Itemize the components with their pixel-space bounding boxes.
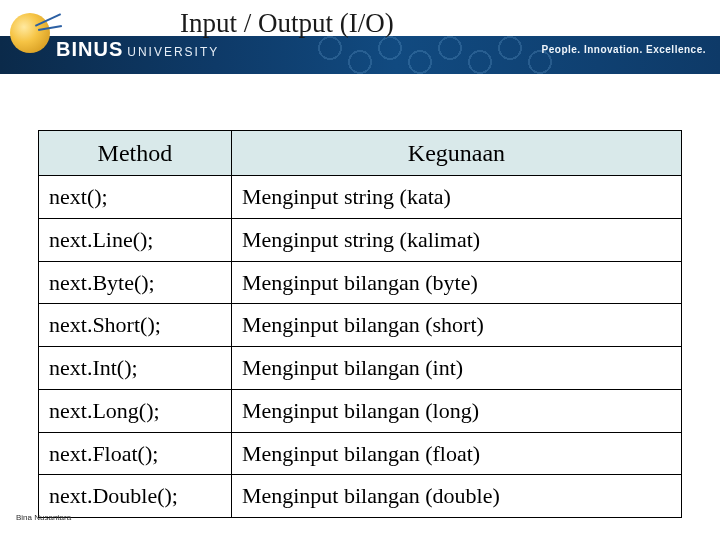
cell-use: Menginput bilangan (int)	[231, 347, 681, 390]
cell-use: Menginput string (kalimat)	[231, 219, 681, 262]
cell-method: next.Int();	[39, 347, 232, 390]
footer-note: Bina Nusantara	[16, 513, 71, 522]
slide-header: Input / Output (I/O) BINUS UNIVERSITY Pe…	[0, 0, 720, 74]
cell-use: Menginput bilangan (short)	[231, 304, 681, 347]
brand-suffix: UNIVERSITY	[127, 45, 219, 59]
table-header-row: Method Kegunaan	[39, 131, 682, 176]
table-row: next.Line(); Menginput string (kalimat)	[39, 219, 682, 262]
brand-wordmark: BINUS UNIVERSITY	[56, 38, 219, 61]
table-row: next.Double(); Menginput bilangan (doubl…	[39, 475, 682, 518]
methods-table: Method Kegunaan next(); Menginput string…	[38, 130, 682, 518]
table-row: next.Float(); Menginput bilangan (float)	[39, 432, 682, 475]
header-wave-pattern	[310, 36, 570, 74]
table-row: next(); Menginput string (kata)	[39, 176, 682, 219]
cell-method: next.Byte();	[39, 261, 232, 304]
cell-method: next();	[39, 176, 232, 219]
cell-use: Menginput bilangan (long)	[231, 389, 681, 432]
brand-tagline: People. Innovation. Excellence.	[542, 44, 706, 55]
col-header-use: Kegunaan	[231, 131, 681, 176]
table-row: next.Int(); Menginput bilangan (int)	[39, 347, 682, 390]
cell-use: Menginput bilangan (double)	[231, 475, 681, 518]
slide-content: Method Kegunaan next(); Menginput string…	[0, 74, 720, 518]
cell-use: Menginput bilangan (float)	[231, 432, 681, 475]
cell-use: Menginput string (kata)	[231, 176, 681, 219]
table-row: next.Short(); Menginput bilangan (short)	[39, 304, 682, 347]
brand-name: BINUS	[56, 38, 123, 61]
cell-use: Menginput bilangan (byte)	[231, 261, 681, 304]
cell-method: next.Short();	[39, 304, 232, 347]
globe-icon	[10, 13, 50, 53]
table-row: next.Long(); Menginput bilangan (long)	[39, 389, 682, 432]
table-row: next.Byte(); Menginput bilangan (byte)	[39, 261, 682, 304]
col-header-method: Method	[39, 131, 232, 176]
brand-logo: BINUS UNIVERSITY	[10, 0, 219, 74]
cell-method: next.Float();	[39, 432, 232, 475]
cell-method: next.Long();	[39, 389, 232, 432]
cell-method: next.Double();	[39, 475, 232, 518]
cell-method: next.Line();	[39, 219, 232, 262]
